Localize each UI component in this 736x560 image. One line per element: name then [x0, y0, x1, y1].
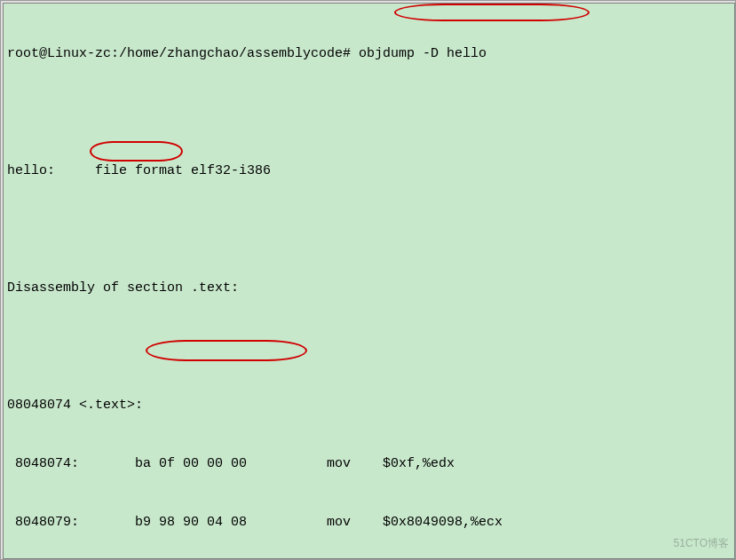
blank-line — [7, 337, 731, 357]
asm-row: 8048079: b9 98 90 04 08 mov $0x8049098,%… — [7, 513, 731, 532]
asm-row: 8048074: ba 0f 00 00 00 mov $0xf,%edx — [7, 454, 731, 474]
command-text: objdump -D hello — [359, 46, 487, 61]
shell-prompt: root@Linux-zc:/home/zhangchao/assemblyco… — [7, 46, 359, 61]
terminal-output: root@Linux-zc:/home/zhangchao/assemblyco… — [3, 3, 735, 559]
watermark-text: 51CTO博客 — [674, 533, 729, 553]
section-header-text: Disassembly of section .text: — [7, 279, 731, 298]
prompt-line[interactable]: root@Linux-zc:/home/zhangchao/assemblyco… — [7, 44, 731, 64]
annotation-ellipse-command — [394, 4, 590, 21]
blank-line — [7, 103, 731, 122]
symbol-label-text: 08048074 <.text>: — [7, 396, 731, 415]
blank-line — [7, 220, 731, 240]
file-info: hello: file format elf32-i386 — [7, 162, 731, 181]
annotation-ellipse-text-section — [90, 141, 183, 162]
